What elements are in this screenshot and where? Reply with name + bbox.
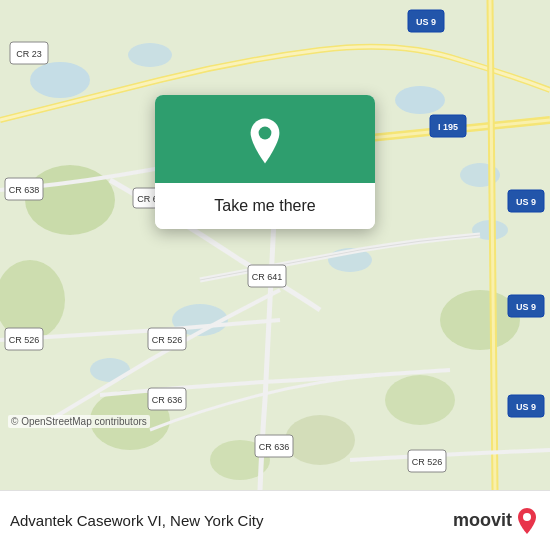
copyright-text: © OpenStreetMap contributors xyxy=(8,415,150,428)
svg-point-7 xyxy=(90,358,130,382)
svg-text:CR 636: CR 636 xyxy=(152,395,183,405)
svg-text:I 195: I 195 xyxy=(438,122,458,132)
moovit-pin-icon xyxy=(516,507,538,535)
svg-text:CR 526: CR 526 xyxy=(152,335,183,345)
svg-point-2 xyxy=(128,43,172,67)
svg-text:CR 636: CR 636 xyxy=(259,442,290,452)
svg-text:US 9: US 9 xyxy=(416,17,436,27)
moovit-logo: moovit xyxy=(453,507,538,535)
map-container: CR 23 US 9 I 195 CR 638 CR 641 CR 64 US … xyxy=(0,0,550,490)
svg-point-1 xyxy=(30,62,90,98)
svg-text:CR 23: CR 23 xyxy=(16,49,42,59)
place-title: Advantek Casework VI, New York City xyxy=(10,512,263,529)
svg-point-44 xyxy=(259,127,272,140)
svg-text:US 9: US 9 xyxy=(516,197,536,207)
bottom-bar: Advantek Casework VI, New York City moov… xyxy=(0,490,550,550)
moovit-text: moovit xyxy=(453,510,512,531)
popup-green-area xyxy=(155,95,375,183)
svg-point-3 xyxy=(395,86,445,114)
svg-text:CR 526: CR 526 xyxy=(9,335,40,345)
svg-point-12 xyxy=(385,375,455,425)
svg-text:CR 641: CR 641 xyxy=(252,272,283,282)
svg-text:CR 638: CR 638 xyxy=(9,185,40,195)
svg-text:CR 526: CR 526 xyxy=(412,457,443,467)
svg-text:US 9: US 9 xyxy=(516,302,536,312)
svg-point-14 xyxy=(285,415,355,465)
location-pin-icon xyxy=(241,117,289,165)
popup-card: Take me there xyxy=(155,95,375,229)
svg-point-45 xyxy=(523,513,531,521)
take-me-there-button[interactable]: Take me there xyxy=(155,183,375,229)
svg-text:US 9: US 9 xyxy=(516,402,536,412)
